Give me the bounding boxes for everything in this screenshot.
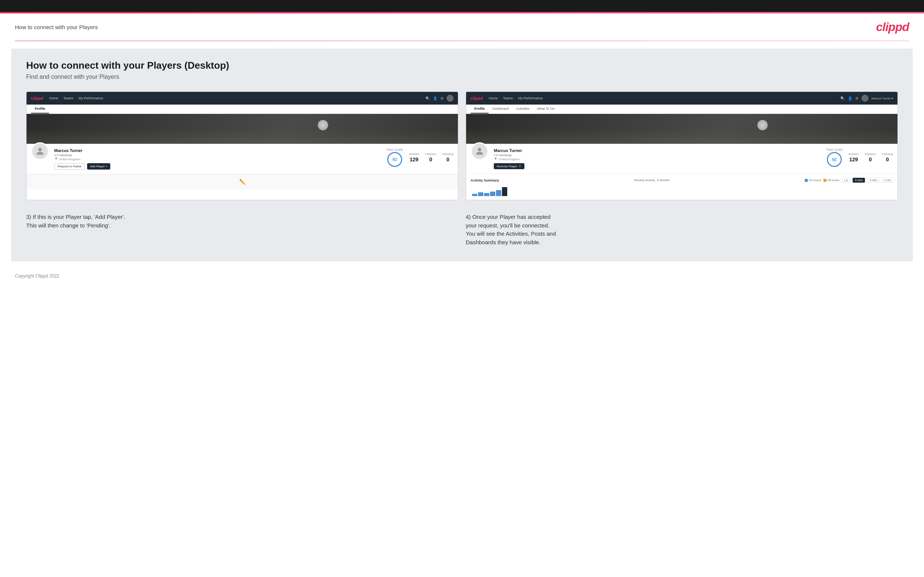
followers-value-right: 0 <box>869 156 872 163</box>
page-title: How to connect with your Players <box>15 24 98 30</box>
captions-row: 3) If this is your Player tap, 'Add Play… <box>26 211 898 247</box>
offcourse-label: Off course <box>827 179 840 182</box>
stats-row-right: Player Quality 92 Activities 129 Followe… <box>826 148 893 167</box>
tab-profile-left[interactable]: Profile <box>31 105 49 114</box>
chart-bar-1 <box>472 194 477 196</box>
oncourse-dot <box>805 179 808 182</box>
search-icon-right[interactable]: 🔍 <box>840 96 845 100</box>
quality-label-left: Player Quality <box>386 148 403 151</box>
activities-stat-right: Activities 129 <box>848 153 859 163</box>
settings-icon-right[interactable]: ⚙ <box>855 96 859 100</box>
player-profile-right: Marcus Turner 1-5 Handicap 📍 United King… <box>466 144 897 174</box>
activities-value-left: 129 <box>410 156 418 163</box>
following-stat-left: Following 0 <box>442 153 453 163</box>
mini-nav-home-right[interactable]: Home <box>489 96 498 100</box>
top-bar <box>0 0 924 13</box>
caption-text-right: 4) Once your Player has acceptedyour req… <box>466 213 898 247</box>
svg-point-0 <box>38 148 42 151</box>
tab-bar-left: Profile <box>27 105 458 114</box>
tab-activities-right[interactable]: Activities <box>512 105 533 114</box>
location-icon-left: 📍 <box>54 158 58 161</box>
following-label-left: Following <box>442 153 453 155</box>
edit-icon-left: ✏️ <box>239 179 246 185</box>
legend-oncourse: On course <box>805 179 821 182</box>
page-header: How to connect with your Players clippd <box>0 13 924 41</box>
tab-bar-right: Profile Dashboard Activities What To On <box>466 105 897 114</box>
mini-nav-right: clippd Home Teams My Performance 🔍 👤 ⚙ M… <box>466 92 897 105</box>
offcourse-dot <box>824 179 826 182</box>
chart-bar-2 <box>478 192 483 196</box>
quality-label-right: Player Quality <box>826 148 843 151</box>
player-quality-stat-right: Player Quality 92 <box>826 148 843 167</box>
player-handicap-left: 1-5 Handicap <box>54 153 381 157</box>
followers-label-left: Followers <box>425 153 436 155</box>
chart-bar-6 <box>502 187 507 196</box>
page-footer: Copyright Clippd 2022 <box>0 269 924 283</box>
tab-what-to-do-right[interactable]: What To On <box>533 105 559 114</box>
player-info-right: Marcus Turner 1-5 Handicap 📍 United King… <box>494 148 821 169</box>
activities-label-right: Activities <box>848 153 859 155</box>
content-title: How to connect with your Players (Deskto… <box>26 60 898 71</box>
user-icon-left[interactable]: 👤 <box>433 96 437 100</box>
activity-title: Activity Summary <box>471 179 499 182</box>
activity-summary: Activity Summary Monthly Activity · 6 Mo… <box>466 174 897 200</box>
following-value-left: 0 <box>446 156 449 163</box>
caption-left: 3) If this is your Player tap, 'Add Play… <box>26 213 458 247</box>
settings-icon-left[interactable]: ⚙ <box>440 96 444 100</box>
tab-dashboard-right[interactable]: Dashboard <box>489 105 512 114</box>
mini-nav-performance-left[interactable]: My Performance <box>79 96 103 100</box>
avatar-right[interactable] <box>862 95 868 102</box>
chevron-down-icon: ▾ <box>892 97 893 100</box>
activities-label-left: Activities <box>409 153 419 155</box>
quality-circle-left: 92 <box>387 152 402 167</box>
oncourse-label: On course <box>809 179 821 182</box>
followers-stat-left: Followers 0 <box>425 153 436 163</box>
followers-label-right: Followers <box>864 153 876 155</box>
player-actions-left: Request to Follow Add Player + <box>54 163 381 169</box>
mini-nav-teams-right[interactable]: Teams <box>503 96 513 100</box>
mini-chart <box>471 185 893 196</box>
screenshots-row: clippd Home Teams My Performance 🔍 👤 ⚙ P… <box>26 92 898 200</box>
screenshot-right: clippd Home Teams My Performance 🔍 👤 ⚙ M… <box>466 92 898 200</box>
mini-nav-teams-left[interactable]: Teams <box>63 96 73 100</box>
tab-profile-right[interactable]: Profile <box>471 105 489 114</box>
location-text-right: United Kingdom <box>499 158 520 161</box>
following-value-right: 0 <box>886 156 889 163</box>
location-text-left: United Kingdom <box>59 158 80 161</box>
activities-value-right: 129 <box>849 156 858 163</box>
screenshot-bottom-left: ✏️ <box>27 174 458 189</box>
user-dropdown-right[interactable]: Marcus Turner ▾ <box>871 97 893 100</box>
activities-stat-left: Activities 129 <box>409 153 419 163</box>
stats-row-left: Player Quality 92 Activities 129 Followe… <box>386 148 453 167</box>
search-icon-left[interactable]: 🔍 <box>425 96 430 100</box>
activity-controls: On course Off course 1 yr 6 mths 3 mths … <box>805 178 893 183</box>
followers-stat-right: Followers 0 <box>864 153 876 163</box>
mini-nav-home-left[interactable]: Home <box>49 96 58 100</box>
screenshot-left: clippd Home Teams My Performance 🔍 👤 ⚙ P… <box>26 92 458 200</box>
request-follow-button[interactable]: Request to Follow <box>54 163 85 169</box>
period-3mths-button[interactable]: 3 mths <box>867 178 880 183</box>
player-profile-left: Marcus Turner 1-5 Handicap 📍 United King… <box>27 144 458 174</box>
caption-right: 4) Once your Player has acceptedyour req… <box>466 213 898 247</box>
avatar-left[interactable] <box>447 95 453 102</box>
user-icon-right[interactable]: 👤 <box>848 96 852 100</box>
following-stat-right: Following 0 <box>882 153 893 163</box>
chart-bar-3 <box>484 193 489 196</box>
mini-nav-items-right: Home Teams My Performance <box>489 96 834 100</box>
activity-header: Activity Summary Monthly Activity · 6 Mo… <box>471 178 893 183</box>
add-player-button[interactable]: Add Player + <box>87 163 110 169</box>
period-1mth-button[interactable]: 1 mth <box>882 178 893 183</box>
golf-banner-right <box>466 114 897 144</box>
player-name-right: Marcus Turner <box>494 148 821 153</box>
period-6mths-button[interactable]: 6 mths <box>853 178 865 183</box>
player-name-left: Marcus Turner <box>54 148 381 153</box>
remove-player-button[interactable]: Remove Player ✕ <box>494 163 524 169</box>
chart-bar-4 <box>490 192 495 196</box>
period-1yr-button[interactable]: 1 yr <box>842 178 851 183</box>
mini-nav-performance-right[interactable]: My Performance <box>518 96 543 100</box>
player-location-left: 📍 United Kingdom <box>54 158 381 161</box>
player-avatar-left <box>31 142 49 160</box>
remove-x-icon: ✕ <box>519 164 522 168</box>
dropdown-name: Marcus Turner <box>871 97 891 100</box>
followers-value-left: 0 <box>430 156 433 163</box>
